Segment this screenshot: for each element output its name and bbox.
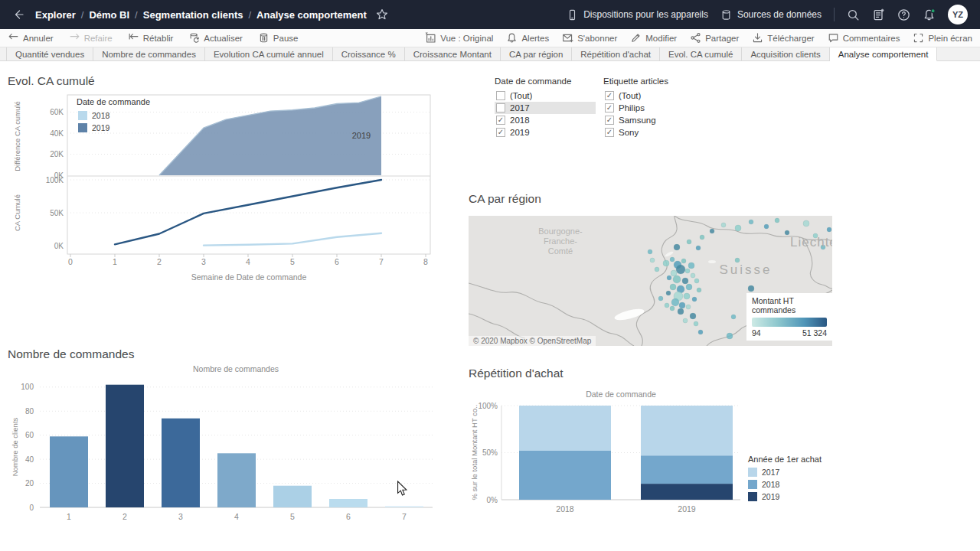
- map-legend-gradient: [752, 318, 827, 327]
- line-series-2018[interactable]: [204, 233, 381, 246]
- search-icon[interactable]: [847, 8, 860, 21]
- tab-ca-par-region[interactable]: CA par région: [501, 47, 572, 60]
- bar-3[interactable]: [162, 419, 200, 507]
- evol-ca-cumule-chart[interactable]: 20190K20K40K60K0K50K100K012345678Semaine…: [8, 90, 433, 289]
- svg-text:60: 60: [25, 431, 34, 439]
- checkbox-icon[interactable]: ✓: [496, 128, 505, 137]
- toolbar-commentaires-button[interactable]: Commentaires: [828, 32, 900, 44]
- filter-etiquette-articles-philips[interactable]: ✓Philips: [603, 102, 704, 114]
- breadcrumb-item-explorer[interactable]: Explorer: [35, 9, 76, 21]
- toolbar-plein-ecran-button[interactable]: Plein écran: [913, 32, 972, 44]
- help-icon[interactable]: [897, 8, 910, 21]
- stack-2019-2019[interactable]: [641, 484, 733, 500]
- tab-evol-ca-cumule[interactable]: Evol. CA cumulé: [660, 47, 742, 60]
- svg-text:5: 5: [290, 512, 295, 521]
- sources-de-donnees-button[interactable]: Sources de données: [720, 9, 822, 21]
- top-action-label: Dispositions pour les appareils: [583, 9, 708, 20]
- map-ca-par-region[interactable]: Bourgogne-Franche-ComtéSuisseLiechtenste…: [469, 216, 832, 346]
- bar-6[interactable]: [329, 499, 368, 507]
- toolbar-retablir-button[interactable]: Rétablir: [128, 32, 174, 44]
- toolbar-alertes-button[interactable]: Alertes: [506, 32, 549, 44]
- nombre-commandes-chart[interactable]: Nombre de commandes1234567020406080100No…: [8, 358, 436, 533]
- bar-7[interactable]: [385, 506, 423, 507]
- tab-analyse-comportement[interactable]: Analyse comportement: [830, 47, 938, 61]
- toolbar-button-label: Modifier: [645, 34, 677, 43]
- fullscreen-icon: [913, 32, 924, 44]
- filter-date-de-commande-2017[interactable]: 2017: [495, 102, 596, 114]
- user-avatar[interactable]: YZ: [948, 5, 968, 24]
- bar-4[interactable]: [217, 453, 256, 507]
- bar-2[interactable]: [106, 385, 144, 507]
- stack-2019-2018[interactable]: [641, 455, 733, 484]
- stack-2018-2018[interactable]: [519, 451, 611, 500]
- toolbar-partager-button[interactable]: Partager: [690, 32, 739, 44]
- svg-text:Franche-: Franche-: [544, 236, 577, 246]
- repetition-achat-chart[interactable]: Date de commande201820190%50%100%% sur l…: [467, 385, 827, 536]
- chart-title: Nombre de commandes: [193, 364, 279, 373]
- toolbar-annuler-button[interactable]: Annuler: [8, 32, 54, 44]
- svg-text:0%: 0%: [487, 496, 498, 504]
- toolbar-button-label: S'abonner: [577, 34, 617, 43]
- toolbar-telecharger-button[interactable]: Télécharger: [752, 32, 814, 44]
- filter-etiquette-articles-tout[interactable]: ✓(Tout): [603, 90, 704, 102]
- toolbar-vue-original-button[interactable]: Vue : Original: [425, 32, 493, 44]
- recents-icon[interactable]: [872, 8, 885, 21]
- database-icon: [720, 9, 732, 21]
- checkbox-icon[interactable]: ✓: [605, 128, 614, 137]
- svg-text:100%: 100%: [478, 402, 498, 410]
- filter-etiquette-articles-samsung[interactable]: ✓Samsung: [603, 114, 704, 126]
- toolbar: AnnulerRefaireRétablirActualiserPause Vu…: [0, 29, 980, 47]
- breadcrumb-item-demo-bi[interactable]: Démo BI: [89, 9, 129, 21]
- filter-etiquette-articles-sony[interactable]: ✓Sony: [603, 126, 704, 139]
- svg-text:2017: 2017: [762, 468, 780, 477]
- filter-option-label: Samsung: [619, 116, 656, 125]
- svg-text:6: 6: [346, 512, 351, 521]
- area-series-2019[interactable]: [159, 96, 381, 175]
- tab-nombre-de-commandes[interactable]: Nombre de commandes: [93, 47, 205, 60]
- toolbar-pause-button[interactable]: Pause: [258, 32, 299, 44]
- tab-acquisition-clients[interactable]: Acquisition clients: [742, 47, 829, 60]
- bar-5[interactable]: [273, 486, 312, 507]
- stack-2019-2017[interactable]: [641, 406, 733, 455]
- toolbar-actualiser-button[interactable]: Actualiser: [188, 32, 243, 44]
- filter-date-de-commande-2018[interactable]: ✓2018: [495, 114, 596, 126]
- breadcrumb-item-analyse-comportement[interactable]: Analyse comportement: [256, 9, 367, 21]
- checkbox-icon[interactable]: ✓: [605, 103, 614, 112]
- filter-option-label: 2017: [510, 103, 530, 112]
- map-country-label: Suisse: [719, 262, 772, 277]
- dispositions-pour-les-appareils-button[interactable]: Dispositions pour les appareils: [567, 9, 708, 21]
- tab-croissance[interactable]: Croissance %: [333, 47, 405, 60]
- pause-icon: [258, 32, 270, 44]
- checkbox-icon[interactable]: ✓: [605, 116, 614, 125]
- favorite-star-icon[interactable]: [376, 8, 388, 21]
- tab-repetition-d-achat[interactable]: Répétition d'achat: [572, 47, 660, 60]
- undo-icon: [8, 32, 19, 44]
- map-legend-max: 51 324: [802, 328, 827, 337]
- tab-croissance-montant[interactable]: Croissance Montant: [405, 47, 501, 60]
- checkbox-icon[interactable]: [496, 91, 505, 100]
- line-series-2019[interactable]: [115, 180, 381, 244]
- notifications-icon[interactable]: [923, 8, 936, 21]
- tab-evolution-ca-cumule-annuel[interactable]: Evolution CA cumulé annuel: [205, 47, 333, 60]
- legend-title: Date de commande: [77, 97, 150, 106]
- svg-text:0K: 0K: [54, 242, 64, 250]
- bar-1[interactable]: [50, 436, 88, 507]
- svg-text:40: 40: [25, 455, 34, 464]
- toolbar-s-abonner-button[interactable]: S'abonner: [562, 32, 617, 44]
- stack-2018-2017[interactable]: [519, 406, 611, 451]
- view-icon: [425, 32, 436, 44]
- svg-text:8: 8: [423, 257, 428, 266]
- checkbox-icon[interactable]: [496, 103, 505, 112]
- back-icon[interactable]: [12, 8, 24, 21]
- filter-option-label: 2019: [510, 128, 530, 137]
- checkbox-icon[interactable]: ✓: [605, 91, 614, 100]
- chart-legend: Date de commande20182019: [77, 97, 150, 132]
- filter-date-de-commande-tout[interactable]: (Tout): [495, 90, 596, 102]
- filter-date-de-commande-2019[interactable]: ✓2019: [495, 126, 596, 139]
- subscribe-icon: [562, 32, 573, 44]
- checkbox-icon[interactable]: ✓: [496, 116, 505, 125]
- tab-quantite-vendues[interactable]: Quantité vendues: [6, 47, 93, 60]
- toolbar-modifier-button[interactable]: Modifier: [630, 32, 677, 44]
- svg-text:5: 5: [290, 257, 295, 266]
- breadcrumb-item-segmentation-clients[interactable]: Segmentation clients: [143, 9, 243, 21]
